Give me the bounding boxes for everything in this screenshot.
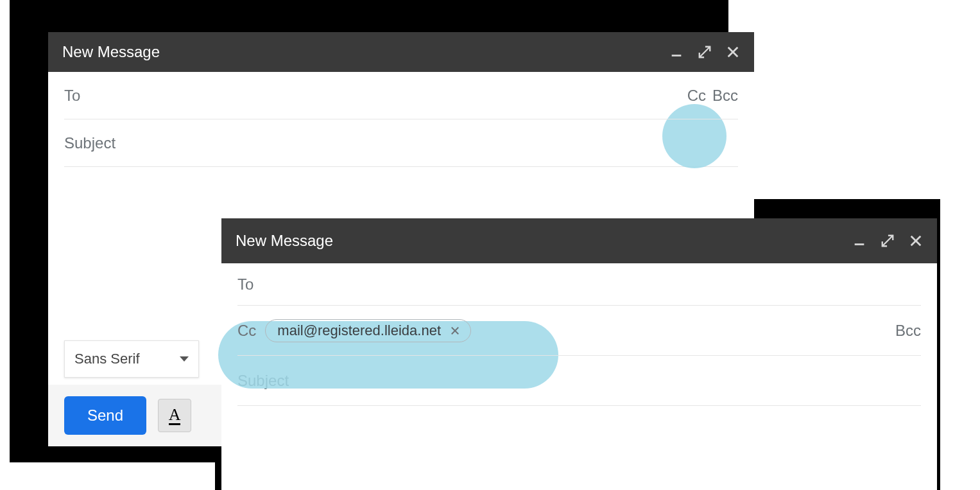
window-title: New Message [236,232,333,250]
compose-window-2: New Message To Cc mail@registered.lleida… [221,218,937,490]
recipient-chip[interactable]: mail@registered.lleida.net [265,319,471,342]
chip-remove-icon[interactable] [449,324,461,337]
font-name: Sans Serif [74,351,140,367]
minimize-icon[interactable] [852,234,866,248]
bcc-link[interactable]: Bcc [712,87,738,105]
send-button[interactable]: Send [64,396,146,435]
to-label: To [64,87,80,105]
bcc-link[interactable]: Bcc [895,322,921,340]
window-controls [669,45,740,59]
close-icon[interactable] [726,45,740,59]
expand-icon[interactable] [698,45,712,59]
cc-label: Cc [237,322,256,340]
close-icon[interactable] [909,234,923,248]
compose-body: To Cc mail@registered.lleida.net Bcc Sub… [221,263,937,490]
chip-email: mail@registered.lleida.net [277,322,441,339]
font-selector[interactable]: Sans Serif [64,340,199,378]
text-color-icon: A [169,407,181,425]
subject-label: Subject [64,134,116,152]
titlebar: New Message [221,218,937,263]
bcc-link-wrap: Bcc [895,322,921,340]
window-controls [852,234,923,248]
cc-link[interactable]: Cc [687,87,706,105]
to-field-row[interactable]: To [237,263,921,306]
formatting-button[interactable]: A [158,399,191,432]
to-field-row[interactable]: To Cc Bcc [64,72,738,119]
expand-icon[interactable] [881,234,895,248]
subject-field-row[interactable]: Subject [64,119,738,167]
minimize-icon[interactable] [669,45,683,59]
window-title: New Message [62,43,160,61]
cc-field-row[interactable]: Cc mail@registered.lleida.net Bcc [237,306,921,356]
chevron-down-icon [180,356,189,362]
cc-bcc-links: Cc Bcc [687,87,738,105]
titlebar: New Message [48,32,754,72]
to-label: To [237,276,254,293]
